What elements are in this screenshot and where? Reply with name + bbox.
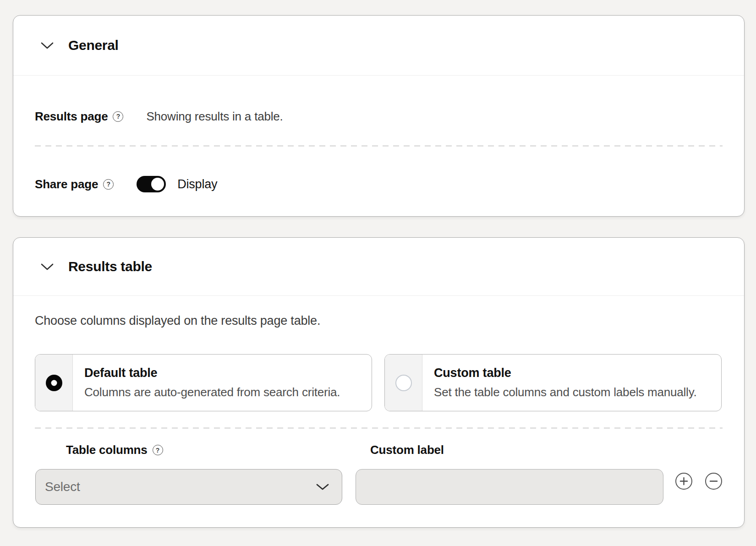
share-page-label: Share page xyxy=(35,177,98,191)
share-page-row: Share page ? Display xyxy=(35,175,723,193)
select-placeholder: Select xyxy=(45,480,315,494)
plus-icon xyxy=(679,477,688,486)
option-default-table[interactable]: Default table Columns are auto-generated… xyxy=(35,354,372,411)
radio-cell xyxy=(35,355,73,411)
table-columns-label-group: Table columns ? xyxy=(66,443,163,457)
table-type-options: Default table Columns are auto-generated… xyxy=(35,354,722,411)
add-column-button[interactable] xyxy=(675,473,692,490)
option-text: Default table Columns are auto-generated… xyxy=(73,355,340,411)
column-controls-row: Select xyxy=(13,469,744,505)
option-default-title: Default table xyxy=(84,366,340,380)
table-columns-select[interactable]: Select xyxy=(35,469,342,505)
share-page-help-icon[interactable]: ? xyxy=(103,179,114,190)
chevron-down-icon xyxy=(39,262,55,271)
option-default-subtitle: Columns are auto-generated from search c… xyxy=(84,385,340,399)
custom-label-label-group: Custom label xyxy=(370,443,444,457)
general-section-card: General Results page ? Showing results i… xyxy=(13,15,745,217)
table-columns-help-icon[interactable]: ? xyxy=(153,445,163,455)
option-custom-table[interactable]: Custom table Set the table columns and c… xyxy=(384,354,722,411)
results-table-section-title: Results table xyxy=(68,259,152,274)
results-table-section-header: Results table xyxy=(13,238,744,296)
results-table-section-card: Results table Choose columns displayed o… xyxy=(13,237,745,528)
chevron-down-icon xyxy=(39,41,55,50)
option-custom-subtitle: Set the table columns and custom labels … xyxy=(434,385,697,399)
remove-column-button[interactable] xyxy=(705,473,722,490)
results-table-description: Choose columns displayed on the results … xyxy=(35,314,320,328)
toggle-knob xyxy=(151,178,164,191)
custom-label-input[interactable] xyxy=(356,469,663,505)
option-text: Custom table Set the table columns and c… xyxy=(422,355,697,411)
general-collapse-button[interactable] xyxy=(37,35,57,55)
minus-icon xyxy=(709,477,718,486)
general-section-title: General xyxy=(68,38,119,53)
radio-selected-icon[interactable] xyxy=(46,375,62,391)
results-page-row: Results page ? Showing results in a tabl… xyxy=(35,107,723,126)
results-table-collapse-button[interactable] xyxy=(37,257,57,277)
results-page-help-icon[interactable]: ? xyxy=(113,111,123,122)
custom-label-label: Custom label xyxy=(370,443,444,457)
option-custom-title: Custom table xyxy=(434,366,697,380)
radio-unselected-icon[interactable] xyxy=(395,375,412,391)
share-page-toggle[interactable] xyxy=(137,176,166,192)
chevron-down-icon xyxy=(315,483,330,491)
share-page-toggle-label: Display xyxy=(177,177,217,191)
radio-cell xyxy=(385,355,422,411)
results-page-value: Showing results in a table. xyxy=(146,109,283,124)
results-page-label: Results page xyxy=(35,109,108,124)
dashed-divider xyxy=(35,145,723,147)
dashed-divider xyxy=(35,427,723,429)
general-section-header: General xyxy=(13,16,744,76)
column-labels-row: Table columns ? Custom label xyxy=(13,443,744,459)
table-columns-label: Table columns xyxy=(66,443,148,457)
